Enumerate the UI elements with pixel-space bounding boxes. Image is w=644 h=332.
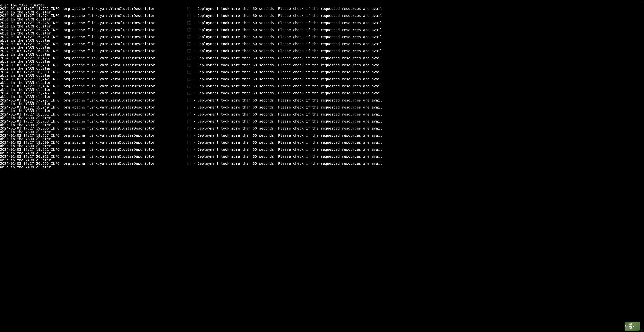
vertical-scrollbar[interactable]: ▴ ▾: [641, 0, 644, 332]
ime-status-text: 半 英”: [629, 323, 634, 329]
terminal-output[interactable]: e in the YARN cluster 2024-01-03 17:27:1…: [0, 3, 382, 169]
ime-line1: 半: [629, 323, 634, 326]
scroll-down-icon[interactable]: ▾: [641, 330, 642, 332]
scroll-up-icon[interactable]: ▴: [641, 0, 642, 2]
ime-line2: 英”: [629, 326, 634, 329]
ime-indicator[interactable]: 中 半 英”: [624, 322, 640, 331]
ime-mode-glyph: 中: [624, 325, 629, 328]
